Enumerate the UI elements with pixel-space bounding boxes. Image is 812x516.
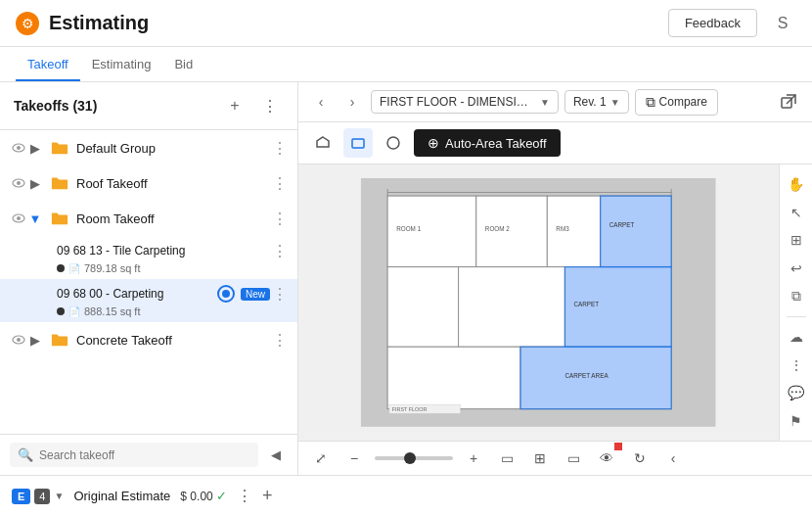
list-item[interactable]: ▶ Default Group ⋮ — [0, 130, 297, 165]
open-in-new-button[interactable] — [775, 88, 802, 116]
flag-icon[interactable]: ⚑ — [783, 408, 810, 433]
group-label: Default Group — [76, 141, 270, 156]
list-item[interactable]: 09 68 13 - Tile Carpeting ⋮ 📄 789.18 sq … — [0, 236, 297, 279]
visibility-icon[interactable] — [10, 331, 27, 349]
grid-view-button[interactable]: ⊞ — [527, 446, 553, 471]
svg-text:RM3: RM3 — [557, 225, 570, 232]
svg-rect-10 — [352, 139, 364, 148]
row-menu-button[interactable]: ⋮ — [270, 138, 290, 158]
zoom-in-button[interactable]: + — [461, 446, 486, 471]
auto-area-icon: ⊕ — [428, 135, 439, 151]
svg-rect-16 — [548, 196, 601, 267]
panel-title: Takeoffs (31) — [14, 98, 97, 114]
chat-icon[interactable]: 💬 — [783, 381, 810, 405]
estimate-dropdown-button[interactable]: ▼ — [54, 491, 64, 501]
list-item[interactable]: ▶ Roof Takeoff ⋮ — [0, 165, 297, 201]
new-badge: New — [241, 288, 270, 301]
auto-area-label: Auto-Area Takeoff — [445, 136, 547, 151]
row-menu-button[interactable]: ⋮ — [270, 330, 290, 350]
compare-button[interactable]: ⧉ Compare — [635, 89, 718, 116]
add-takeoff-button[interactable]: + — [221, 92, 248, 119]
undo-icon[interactable]: ↩ — [783, 257, 810, 281]
expand-icon[interactable]: ▶ — [27, 175, 43, 191]
sub-item-top: 09 68 13 - Tile Carpeting ⋮ — [57, 241, 290, 260]
row-menu-button[interactable]: ⋮ — [270, 284, 290, 304]
right-sidebar: ✋ ↖ ⊞ ↩ ⧉ ☁ ⋮ 💬 ⚑ — [779, 164, 812, 441]
prev-plan-button[interactable]: ‹ — [308, 89, 334, 115]
sheet-button[interactable]: ▭ — [561, 446, 586, 471]
radio-button[interactable] — [217, 285, 235, 303]
revision-selector[interactable]: Rev. 1 ▼ — [564, 90, 629, 114]
zoom-out-button[interactable]: − — [341, 446, 367, 471]
expand-icon[interactable]: ▶ — [27, 140, 43, 156]
revision-label: Rev. 1 — [573, 95, 607, 109]
hand-tool-icon[interactable]: ✋ — [783, 172, 810, 197]
zoom-thumb[interactable] — [404, 452, 416, 464]
bottom-bar: E 4 ▼ Original Estimate $ 0.00 ✓ ⋮ + — [0, 475, 812, 516]
tab-bid[interactable]: Bid — [162, 49, 204, 81]
fit-to-screen-button[interactable]: ⤢ — [308, 446, 334, 471]
list-item[interactable]: 09 68 00 - Carpeting New ⋮ 📄 888.15 sq f… — [0, 279, 297, 322]
svg-rect-18 — [387, 267, 459, 348]
search-area: 🔍 ◀ — [0, 434, 297, 475]
expand-icon[interactable]: ▼ — [27, 211, 43, 226]
cursor-tool-icon[interactable]: ↖ — [783, 201, 810, 225]
list-item[interactable]: ▼ Room Takeoff ⋮ — [0, 201, 297, 236]
svg-text:CARPET: CARPET — [574, 302, 600, 308]
auto-area-button[interactable]: ⊕ Auto-Area Takeoff — [414, 129, 561, 157]
collapse-panel-button[interactable]: ◀ — [264, 444, 288, 467]
folder-icon — [49, 137, 70, 159]
sub-item-detail: 📄 789.18 sq ft — [57, 262, 290, 274]
visibility-icon[interactable] — [10, 210, 27, 227]
nav-tabs: Takeoff Estimating Bid — [0, 47, 812, 82]
tab-estimating[interactable]: Estimating — [80, 49, 163, 81]
svg-text:CARPET AREA: CARPET AREA — [565, 372, 609, 379]
svg-text:ROOM 2: ROOM 2 — [485, 225, 510, 232]
feedback-button[interactable]: Feedback — [668, 9, 757, 37]
expand-icon[interactable]: ▶ — [27, 332, 43, 348]
copy-icon[interactable]: ⧉ — [783, 284, 810, 308]
add-estimate-button[interactable]: + — [262, 486, 273, 506]
panel-more-button[interactable]: ⋮ — [256, 92, 284, 119]
search-input[interactable] — [39, 448, 250, 462]
svg-rect-21 — [387, 347, 520, 408]
row-menu-button[interactable]: ⋮ — [270, 241, 290, 260]
cloud-icon[interactable]: ☁ — [783, 325, 810, 350]
list-item[interactable]: ▶ Concrete Takeoff ⋮ — [0, 322, 297, 357]
svg-point-11 — [387, 137, 399, 149]
eye-button[interactable]: 👁 — [594, 446, 619, 471]
sub-item-label: 09 68 00 - Carpeting — [57, 287, 217, 301]
zoom-slider[interactable] — [375, 456, 453, 460]
more-icon[interactable]: ⋮ — [783, 352, 810, 377]
visibility-icon[interactable] — [10, 139, 27, 157]
app-title: Estimating — [49, 12, 149, 34]
estimate-name: Original Estimate — [73, 489, 170, 503]
single-page-button[interactable]: ▭ — [494, 446, 519, 471]
settings-icon[interactable]: S — [769, 10, 796, 37]
svg-marker-9 — [317, 137, 329, 147]
folder-icon — [49, 172, 70, 194]
row-menu-button[interactable]: ⋮ — [270, 173, 290, 193]
sub-item-badges: New — [217, 285, 270, 303]
row-menu-button[interactable]: ⋮ — [270, 209, 290, 228]
next-plan-button[interactable]: › — [339, 89, 365, 115]
folder-icon — [49, 329, 70, 351]
crosshair-tool-icon[interactable]: ⊞ — [783, 228, 810, 253]
svg-point-3 — [17, 181, 21, 185]
tab-takeoff[interactable]: Takeoff — [16, 49, 80, 81]
sub-item-top: 09 68 00 - Carpeting New ⋮ — [57, 284, 290, 304]
rotate-button[interactable]: ↻ — [627, 446, 653, 471]
group-label: Concrete Takeoff — [76, 333, 270, 348]
panel-header: Takeoffs (31) + ⋮ — [0, 82, 297, 130]
rectangle-tool[interactable] — [343, 128, 373, 158]
app-icon: ⚙ — [16, 12, 39, 35]
plan-selector[interactable]: FIRST FLOOR - DIMENSION PLAN -... ▼ — [371, 90, 559, 114]
visibility-icon[interactable] — [10, 174, 27, 192]
prev-page-button[interactable]: ‹ — [660, 446, 686, 471]
circle-tool[interactable] — [379, 128, 408, 158]
estimate-more-button[interactable]: ⋮ — [237, 487, 252, 505]
polygon-tool[interactable] — [308, 128, 338, 158]
detail-text: 888.15 sq ft — [84, 305, 141, 317]
drawing-tools: ⊕ Auto-Area Takeoff — [298, 122, 812, 164]
check-icon: ✓ — [216, 489, 227, 503]
